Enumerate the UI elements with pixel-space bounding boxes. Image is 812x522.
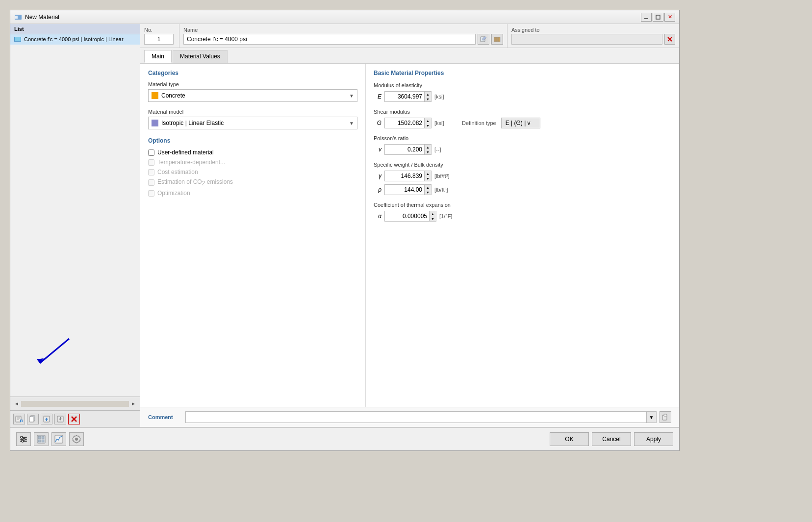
bottom-bar: OK Cancel Apply	[10, 427, 679, 450]
iso-icon	[152, 120, 158, 126]
rho-spin-up[interactable]: ▲	[425, 185, 431, 190]
copy-button[interactable]	[27, 414, 39, 424]
thermal-input[interactable]	[385, 211, 429, 221]
svg-point-32	[22, 440, 24, 442]
shear-input[interactable]	[385, 118, 424, 128]
close-button[interactable]: ✕	[664, 13, 675, 22]
poisson-input[interactable]	[385, 145, 424, 154]
shear-symbol: G	[374, 120, 381, 126]
no-label: No.	[144, 27, 175, 33]
view-button[interactable]	[34, 432, 49, 446]
user-defined-checkbox[interactable]	[148, 149, 154, 156]
bottom-actions: OK Cancel Apply	[550, 432, 673, 446]
apply-button[interactable]: Apply	[634, 432, 673, 446]
cost-estimation-checkbox[interactable]	[148, 169, 154, 175]
minimize-button[interactable]	[641, 13, 652, 22]
export-button[interactable]	[54, 414, 66, 424]
co2-estimation-checkbox[interactable]	[148, 179, 154, 186]
gamma-spin-down[interactable]: ▼	[425, 176, 431, 181]
shear-spin-down[interactable]: ▼	[425, 123, 431, 128]
density-group: Specific weight / Bulk density γ ▲ ▼ [lb…	[374, 162, 671, 195]
thermal-unit: [1/°F]	[439, 213, 464, 219]
svg-rect-35	[42, 436, 44, 439]
thermal-symbol: α	[374, 213, 381, 220]
modulus-spin-up[interactable]: ▲	[425, 92, 431, 97]
list-header: List	[10, 24, 140, 34]
delete-button[interactable]	[68, 414, 80, 424]
poisson-spinner: ▲ ▼	[424, 145, 431, 154]
comment-input[interactable]	[186, 412, 646, 423]
poisson-input-wrap: ▲ ▼	[384, 144, 431, 155]
options-section: Options User-defined material Temperatur…	[148, 137, 357, 197]
modulus-input-wrap: ▲ ▼	[384, 91, 431, 102]
material-model-value: Isotropic | Linear Elastic	[161, 120, 349, 126]
name-section: Name	[179, 24, 508, 48]
material-model-dropdown[interactable]: Isotropic | Linear Elastic ▼	[148, 117, 357, 129]
gamma-input[interactable]	[385, 171, 424, 181]
modulus-row: E ▲ ▼ [ksi]	[374, 91, 671, 102]
nav-right-arrow[interactable]: ►	[129, 400, 138, 407]
comment-dropdown-button[interactable]: ▼	[646, 412, 656, 423]
thermal-spin-down[interactable]: ▼	[430, 216, 436, 221]
shear-label: Shear modulus	[374, 109, 671, 115]
svg-point-28	[21, 436, 23, 438]
name-row	[183, 34, 503, 45]
gamma-spin-up[interactable]: ▲	[425, 171, 431, 176]
modulus-symbol: E	[374, 93, 381, 100]
poisson-spin-down[interactable]: ▼	[425, 149, 431, 154]
basic-props-title: Basic Material Properties	[374, 70, 671, 76]
tab-main[interactable]: Main	[144, 50, 172, 63]
thermal-spin-up[interactable]: ▲	[430, 211, 436, 216]
cancel-button[interactable]: Cancel	[592, 432, 631, 446]
ok-button[interactable]: OK	[550, 432, 589, 446]
shear-row: G ▲ ▼ [ksi] Definition type E | (G) | v	[374, 118, 671, 128]
gamma-symbol: γ	[374, 173, 381, 179]
material-model-label: Material model	[148, 109, 357, 115]
comment-paste-button[interactable]	[660, 411, 671, 423]
gamma-input-wrap: ▲ ▼	[384, 171, 431, 181]
title-bar-buttons: ✕	[641, 13, 675, 22]
material-type-value: Concrete	[161, 92, 349, 99]
cost-estimation-item: Cost estimation	[148, 169, 357, 175]
maximize-button[interactable]	[653, 13, 663, 22]
rho-input[interactable]	[385, 185, 424, 195]
shear-spin-up[interactable]: ▲	[425, 118, 431, 123]
rho-spin-down[interactable]: ▼	[425, 190, 431, 195]
library-button[interactable]	[491, 34, 503, 45]
tab-material-values[interactable]: Material Values	[173, 50, 228, 63]
modulus-input[interactable]	[385, 92, 424, 101]
svg-point-30	[23, 438, 25, 440]
modulus-spin-down[interactable]: ▼	[425, 97, 431, 101]
material-type-chevron: ▼	[349, 93, 354, 99]
material-type-dropdown[interactable]: Concrete ▼	[148, 89, 357, 102]
list-item[interactable]: Concrete f'c = 4000 psi | Isotropic | Li…	[10, 34, 140, 45]
params-button[interactable]	[16, 432, 31, 446]
optimization-label: Optimization	[157, 190, 190, 197]
svg-rect-6	[17, 419, 20, 419]
horizontal-scrollbar[interactable]	[21, 401, 129, 407]
import-button[interactable]	[41, 414, 52, 424]
clear-assigned-button[interactable]	[664, 34, 675, 45]
edit-name-button[interactable]	[478, 34, 489, 45]
window-icon	[14, 13, 22, 21]
user-defined-label: User-defined material	[157, 149, 214, 156]
poisson-spin-up[interactable]: ▲	[425, 145, 431, 149]
graph-button[interactable]	[51, 432, 66, 446]
no-input[interactable]	[144, 34, 174, 45]
nav-left-arrow[interactable]: ◄	[12, 400, 21, 407]
left-content: Categories Material type Concrete ▼ Mate…	[140, 64, 366, 407]
name-input[interactable]	[183, 34, 476, 45]
temp-dependent-checkbox[interactable]	[148, 159, 154, 166]
assigned-input[interactable]	[511, 34, 662, 45]
settings-button[interactable]	[69, 432, 84, 446]
material-model-group: Material model Isotropic | Linear Elasti…	[148, 109, 357, 129]
poisson-label: Poisson's ratio	[374, 135, 671, 141]
svg-point-39	[75, 438, 78, 441]
add-button[interactable]	[13, 414, 25, 424]
svg-rect-36	[38, 440, 41, 442]
thermal-input-wrap: ▲ ▼	[384, 211, 436, 222]
right-panel: No. Name Assigne	[140, 24, 679, 427]
optimization-checkbox[interactable]	[148, 190, 154, 197]
assigned-section: Assigned to	[508, 24, 679, 48]
shear-input-wrap: ▲ ▼	[384, 118, 431, 128]
